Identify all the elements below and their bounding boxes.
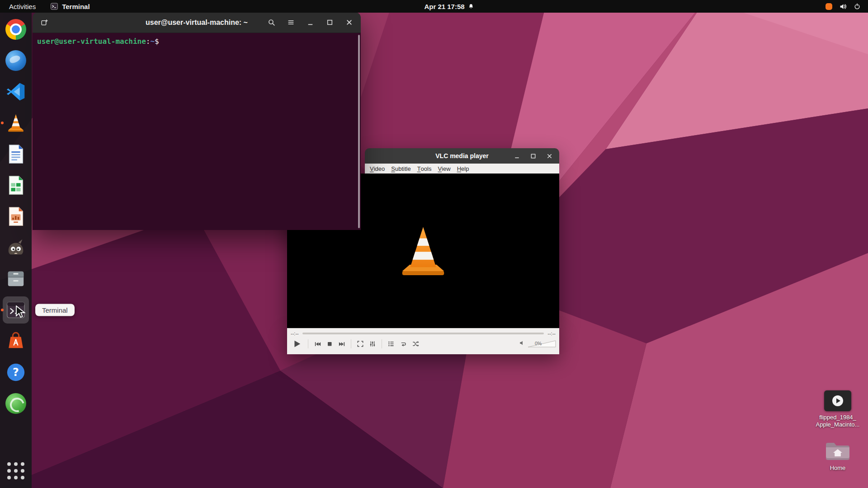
vlc-controls-bar: --:-- --:--	[287, 328, 559, 354]
dock-item-files[interactable]	[3, 265, 29, 292]
terminal-prompt-line: user@user-virtual-machine:~$	[37, 37, 356, 46]
terminal-window: user@user-virtual-machine: ~ user@user-v…	[33, 12, 361, 230]
dock-tooltip: Terminal	[35, 304, 75, 316]
desktop-icon-video-file[interactable]: flipped_1984_ Apple_Macinto...	[808, 390, 867, 429]
maximize-icon[interactable]	[325, 18, 334, 27]
dock: Terminal ?	[0, 13, 32, 488]
ubuntu-software-icon	[5, 331, 26, 352]
files-icon	[5, 268, 26, 289]
focused-app-menu[interactable]: Terminal	[45, 0, 95, 13]
vlc-window-title: VLC media player	[435, 152, 489, 160]
vlc-elapsed-time: --:--	[291, 331, 299, 336]
dock-item-libreoffice-calc[interactable]	[3, 172, 29, 199]
extended-settings-button[interactable]	[367, 338, 378, 350]
terminal-running-indicator	[1, 309, 4, 311]
next-button[interactable]	[336, 338, 347, 350]
dock-item-chrome[interactable]	[3, 16, 29, 43]
vlc-icon	[5, 113, 26, 133]
vlc-remaining-time: --:--	[547, 331, 556, 336]
chrome-icon	[5, 19, 26, 40]
orange-status-icon	[826, 3, 832, 10]
home-folder-icon	[824, 439, 851, 462]
play-badge-icon	[831, 394, 844, 407]
app-grid-icon	[7, 462, 24, 479]
video-file-thumbnail	[824, 390, 851, 411]
vscode-icon	[5, 81, 26, 102]
search-icon[interactable]	[267, 18, 276, 27]
prompt-path: ~	[150, 37, 155, 46]
menu-item-subtitle[interactable]: Subtitle	[388, 164, 414, 174]
svg-text:?: ?	[13, 366, 19, 379]
minimize-icon[interactable]	[306, 18, 315, 27]
focused-app-name: Terminal	[62, 3, 90, 10]
prompt-user-host: user@user-virtual-machine	[37, 37, 146, 46]
terminal-header-bar[interactable]: user@user-virtual-machine: ~	[33, 12, 361, 33]
home-label: Home	[830, 465, 846, 472]
dock-item-vscode[interactable]	[3, 78, 29, 105]
system-status-area[interactable]	[826, 0, 868, 13]
menu-item-view[interactable]: View	[434, 164, 453, 174]
terminal-app-icon	[50, 2, 58, 10]
video-file-label: flipped_1984_ Apple_Macinto...	[816, 414, 860, 429]
activities-label: Activities	[9, 3, 36, 10]
vlc-menu-bar: Video Subtitle Tools View Help	[365, 164, 559, 174]
volume-slider[interactable]: 0%	[528, 340, 557, 347]
dock-item-thunderbird[interactable]	[3, 47, 29, 74]
desktop-icon-home[interactable]: Home	[808, 439, 867, 472]
gimp-icon	[5, 237, 26, 258]
controls-separator	[308, 339, 308, 348]
menu-item-tools[interactable]: Tools	[414, 164, 435, 174]
prompt-symbol: $	[155, 37, 159, 46]
vlc-volume-icon[interactable]	[519, 340, 525, 348]
clock-text: Apr 21 17:58	[424, 3, 464, 10]
libreoffice-calc-icon	[5, 175, 26, 196]
controls-separator	[382, 339, 382, 348]
menu-icon[interactable]	[286, 18, 295, 27]
dock-item-help[interactable]: ?	[3, 359, 29, 386]
dock-item-vlc[interactable]	[3, 109, 29, 136]
green-app-icon	[5, 393, 26, 414]
menu-item-help[interactable]: Help	[454, 164, 472, 174]
libreoffice-impress-icon	[5, 206, 26, 227]
thunderbird-icon	[5, 50, 26, 71]
app-grid-button[interactable]	[3, 457, 29, 484]
dock-item-green-app[interactable]	[3, 390, 29, 417]
loop-button[interactable]	[398, 338, 409, 350]
vlc-maximize-icon[interactable]	[528, 151, 538, 160]
menu-item-video[interactable]: Video	[367, 164, 388, 174]
vlc-close-icon[interactable]	[545, 151, 554, 160]
power-icon	[854, 3, 861, 10]
clock-button[interactable]: Apr 21 17:58	[424, 0, 474, 13]
controls-separator	[351, 339, 351, 348]
top-bar: Activities Terminal Apr 21 17:58	[0, 0, 868, 13]
vlc-title-bar[interactable]: VLC media player	[365, 148, 559, 164]
libreoffice-writer-icon	[5, 144, 26, 164]
volume-percent-label: 0%	[535, 341, 542, 346]
notification-bell-icon	[468, 3, 475, 10]
activities-button[interactable]: Activities	[0, 0, 45, 13]
help-icon: ?	[5, 362, 26, 383]
new-tab-icon[interactable]	[40, 18, 49, 27]
vlc-seek-slider[interactable]	[302, 333, 544, 334]
dock-item-libreoffice-impress[interactable]	[3, 203, 29, 230]
vlc-cone-logo	[393, 221, 453, 281]
dock-item-ubuntu-software[interactable]	[3, 328, 29, 355]
fullscreen-button[interactable]	[355, 338, 366, 350]
previous-button[interactable]	[312, 338, 323, 350]
terminal-scrollbar[interactable]	[358, 35, 360, 228]
play-button[interactable]	[290, 338, 304, 350]
mouse-cursor	[15, 305, 27, 318]
close-icon[interactable]	[344, 18, 354, 27]
vlc-running-indicator	[1, 122, 4, 124]
vlc-minimize-icon[interactable]	[512, 151, 521, 160]
dock-item-libreoffice-writer[interactable]	[3, 141, 29, 168]
terminal-window-title: user@user-virtual-machine: ~	[146, 19, 248, 27]
stop-button[interactable]	[324, 338, 335, 350]
dock-item-gimp[interactable]	[3, 234, 29, 261]
terminal-content-area[interactable]: user@user-virtual-machine:~$	[33, 33, 361, 230]
volume-icon	[839, 3, 847, 10]
random-button[interactable]	[410, 338, 421, 350]
playlist-button[interactable]	[386, 338, 396, 350]
